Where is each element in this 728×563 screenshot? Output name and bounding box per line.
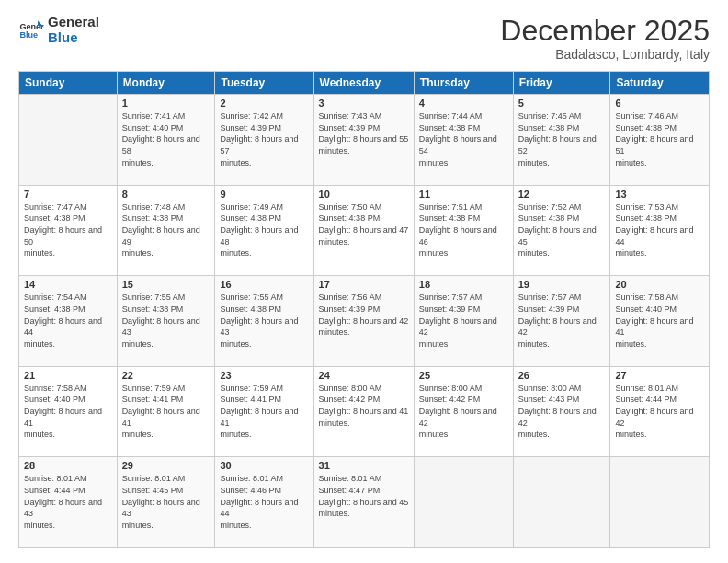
week-row-0: 1Sunrise: 7:41 AMSunset: 4:40 PMDaylight… — [19, 95, 710, 186]
title-block: December 2025 Badalasco, Lombardy, Italy — [500, 15, 710, 62]
day-info: Sunrise: 7:49 AMSunset: 4:38 PMDaylight:… — [220, 201, 308, 259]
calendar-table: SundayMondayTuesdayWednesdayThursdayFrid… — [18, 71, 710, 548]
day-number: 20 — [615, 279, 704, 290]
day-header-tuesday: Tuesday — [215, 72, 313, 95]
calendar-cell: 28Sunrise: 8:01 AMSunset: 4:44 PMDayligh… — [19, 457, 118, 548]
day-number: 31 — [319, 460, 409, 471]
month-title: December 2025 — [500, 15, 710, 47]
calendar-cell: 21Sunrise: 7:58 AMSunset: 4:40 PMDayligh… — [19, 366, 118, 457]
day-number: 1 — [122, 98, 210, 109]
day-number: 27 — [615, 370, 704, 381]
day-number: 25 — [419, 370, 508, 381]
calendar-cell: 2Sunrise: 7:42 AMSunset: 4:39 PMDaylight… — [215, 95, 313, 186]
day-number: 28 — [24, 460, 112, 471]
day-number: 15 — [122, 279, 210, 290]
calendar-cell: 1Sunrise: 7:41 AMSunset: 4:40 PMDaylight… — [117, 95, 215, 186]
calendar-cell — [610, 457, 710, 548]
calendar-cell: 10Sunrise: 7:50 AMSunset: 4:38 PMDayligh… — [313, 185, 414, 276]
day-info: Sunrise: 8:00 AMSunset: 4:42 PMDaylight:… — [319, 383, 409, 429]
day-number: 22 — [122, 370, 210, 381]
day-info: Sunrise: 7:45 AMSunset: 4:38 PMDaylight:… — [518, 110, 606, 168]
day-info: Sunrise: 8:00 AMSunset: 4:42 PMDaylight:… — [419, 383, 508, 441]
calendar-cell: 14Sunrise: 7:54 AMSunset: 4:38 PMDayligh… — [19, 276, 118, 367]
day-number: 13 — [615, 189, 704, 200]
day-header-saturday: Saturday — [610, 72, 710, 95]
day-number: 18 — [419, 279, 508, 290]
header: General Blue General Blue December 2025 … — [18, 15, 710, 62]
calendar-cell: 18Sunrise: 7:57 AMSunset: 4:39 PMDayligh… — [414, 276, 513, 367]
svg-text:Blue: Blue — [19, 30, 38, 40]
calendar-cell: 27Sunrise: 8:01 AMSunset: 4:44 PMDayligh… — [610, 366, 710, 457]
day-number: 30 — [220, 460, 308, 471]
svg-text:General: General — [19, 21, 44, 30]
calendar-cell — [513, 457, 610, 548]
day-number: 11 — [419, 189, 508, 200]
day-number: 24 — [319, 370, 409, 381]
calendar-cell: 13Sunrise: 7:53 AMSunset: 4:38 PMDayligh… — [610, 185, 710, 276]
day-info: Sunrise: 7:58 AMSunset: 4:40 PMDaylight:… — [615, 292, 704, 350]
day-info: Sunrise: 7:55 AMSunset: 4:38 PMDaylight:… — [220, 292, 308, 350]
day-header-thursday: Thursday — [414, 72, 513, 95]
day-number: 3 — [319, 98, 409, 109]
day-info: Sunrise: 7:54 AMSunset: 4:38 PMDaylight:… — [24, 292, 112, 350]
day-info: Sunrise: 8:01 AMSunset: 4:44 PMDaylight:… — [24, 473, 112, 531]
logo-general: General — [48, 15, 99, 30]
calendar-cell: 20Sunrise: 7:58 AMSunset: 4:40 PMDayligh… — [610, 276, 710, 367]
calendar-header-row: SundayMondayTuesdayWednesdayThursdayFrid… — [19, 72, 710, 95]
calendar-cell: 5Sunrise: 7:45 AMSunset: 4:38 PMDaylight… — [513, 95, 610, 186]
day-info: Sunrise: 7:48 AMSunset: 4:38 PMDaylight:… — [122, 201, 210, 259]
day-number: 8 — [122, 189, 210, 200]
calendar-cell: 15Sunrise: 7:55 AMSunset: 4:38 PMDayligh… — [117, 276, 215, 367]
day-number: 9 — [220, 189, 308, 200]
day-number: 5 — [518, 98, 606, 109]
week-row-2: 14Sunrise: 7:54 AMSunset: 4:38 PMDayligh… — [19, 276, 710, 367]
day-info: Sunrise: 7:59 AMSunset: 4:41 PMDaylight:… — [122, 383, 210, 441]
day-number: 14 — [24, 279, 112, 290]
day-info: Sunrise: 7:43 AMSunset: 4:39 PMDaylight:… — [319, 110, 409, 156]
day-info: Sunrise: 8:01 AMSunset: 4:44 PMDaylight:… — [615, 383, 704, 441]
calendar-cell: 31Sunrise: 8:01 AMSunset: 4:47 PMDayligh… — [313, 457, 414, 548]
calendar-cell: 19Sunrise: 7:57 AMSunset: 4:39 PMDayligh… — [513, 276, 610, 367]
day-number: 12 — [518, 189, 606, 200]
logo: General Blue General Blue — [18, 15, 99, 45]
calendar-cell: 4Sunrise: 7:44 AMSunset: 4:38 PMDaylight… — [414, 95, 513, 186]
day-header-monday: Monday — [117, 72, 215, 95]
day-header-wednesday: Wednesday — [313, 72, 414, 95]
day-info: Sunrise: 7:41 AMSunset: 4:40 PMDaylight:… — [122, 110, 210, 168]
day-info: Sunrise: 8:01 AMSunset: 4:46 PMDaylight:… — [220, 473, 308, 531]
day-info: Sunrise: 7:44 AMSunset: 4:38 PMDaylight:… — [419, 110, 508, 168]
calendar-cell: 25Sunrise: 8:00 AMSunset: 4:42 PMDayligh… — [414, 366, 513, 457]
calendar-cell: 29Sunrise: 8:01 AMSunset: 4:45 PMDayligh… — [117, 457, 215, 548]
day-number: 19 — [518, 279, 606, 290]
day-number: 6 — [615, 98, 704, 109]
day-info: Sunrise: 7:50 AMSunset: 4:38 PMDaylight:… — [319, 201, 409, 247]
calendar-cell: 11Sunrise: 7:51 AMSunset: 4:38 PMDayligh… — [414, 185, 513, 276]
day-info: Sunrise: 7:46 AMSunset: 4:38 PMDaylight:… — [615, 110, 704, 168]
week-row-4: 28Sunrise: 8:01 AMSunset: 4:44 PMDayligh… — [19, 457, 710, 548]
day-number: 2 — [220, 98, 308, 109]
day-number: 7 — [24, 189, 112, 200]
day-info: Sunrise: 8:00 AMSunset: 4:43 PMDaylight:… — [518, 383, 606, 441]
calendar-cell: 23Sunrise: 7:59 AMSunset: 4:41 PMDayligh… — [215, 366, 313, 457]
calendar-cell: 12Sunrise: 7:52 AMSunset: 4:38 PMDayligh… — [513, 185, 610, 276]
day-header-sunday: Sunday — [19, 72, 118, 95]
day-info: Sunrise: 7:57 AMSunset: 4:39 PMDaylight:… — [518, 292, 606, 350]
day-number: 4 — [419, 98, 508, 109]
day-number: 23 — [220, 370, 308, 381]
calendar-cell: 22Sunrise: 7:59 AMSunset: 4:41 PMDayligh… — [117, 366, 215, 457]
day-info: Sunrise: 7:55 AMSunset: 4:38 PMDaylight:… — [122, 292, 210, 350]
day-info: Sunrise: 7:58 AMSunset: 4:40 PMDaylight:… — [24, 383, 112, 441]
calendar-cell: 30Sunrise: 8:01 AMSunset: 4:46 PMDayligh… — [215, 457, 313, 548]
calendar-cell: 17Sunrise: 7:56 AMSunset: 4:39 PMDayligh… — [313, 276, 414, 367]
day-info: Sunrise: 7:56 AMSunset: 4:39 PMDaylight:… — [319, 292, 409, 338]
page: General Blue General Blue December 2025 … — [0, 0, 728, 563]
day-info: Sunrise: 8:01 AMSunset: 4:47 PMDaylight:… — [319, 473, 409, 519]
calendar-cell: 8Sunrise: 7:48 AMSunset: 4:38 PMDaylight… — [117, 185, 215, 276]
day-info: Sunrise: 7:57 AMSunset: 4:39 PMDaylight:… — [419, 292, 508, 350]
calendar-cell — [19, 95, 118, 186]
logo-icon: General Blue — [18, 17, 44, 43]
day-info: Sunrise: 7:47 AMSunset: 4:38 PMDaylight:… — [24, 201, 112, 259]
calendar-cell: 26Sunrise: 8:00 AMSunset: 4:43 PMDayligh… — [513, 366, 610, 457]
week-row-3: 21Sunrise: 7:58 AMSunset: 4:40 PMDayligh… — [19, 366, 710, 457]
calendar-cell: 16Sunrise: 7:55 AMSunset: 4:38 PMDayligh… — [215, 276, 313, 367]
